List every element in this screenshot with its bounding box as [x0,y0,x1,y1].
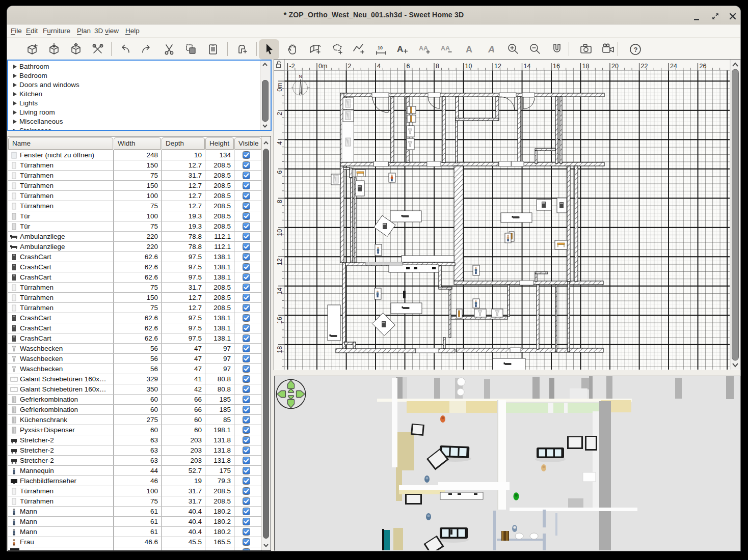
svg-text:0m: 0m [318,63,327,70]
svg-text:-2: -2 [289,63,295,70]
svg-text:N: N [299,74,302,79]
svg-text:24: 24 [670,63,677,70]
svg-text:8: 8 [276,200,283,203]
svg-text:?: ? [634,46,638,53]
svg-text:A: A [466,44,472,54]
svg-text:0m: 0m [276,82,283,91]
svg-text:16: 16 [553,63,560,70]
svg-text:6: 6 [276,171,283,174]
svg-text:6: 6 [407,63,410,70]
svg-text:20: 20 [611,63,619,70]
svg-text:10: 10 [378,45,383,50]
svg-text:4: 4 [276,141,283,145]
svg-text:26: 26 [700,63,707,70]
svg-text:22: 22 [641,63,648,70]
svg-text:8: 8 [436,63,439,70]
svg-text:18: 18 [582,63,590,70]
svg-text:2: 2 [276,112,283,116]
svg-text:2: 2 [348,63,352,70]
svg-text:A: A [397,44,403,54]
svg-text:14: 14 [524,63,531,70]
svg-text:A: A [488,44,495,54]
svg-text:10: 10 [465,63,472,70]
svg-text:4: 4 [377,63,381,70]
svg-text:12: 12 [494,63,501,70]
svg-text:AA: AA [441,45,450,52]
svg-text:AA: AA [419,45,428,52]
